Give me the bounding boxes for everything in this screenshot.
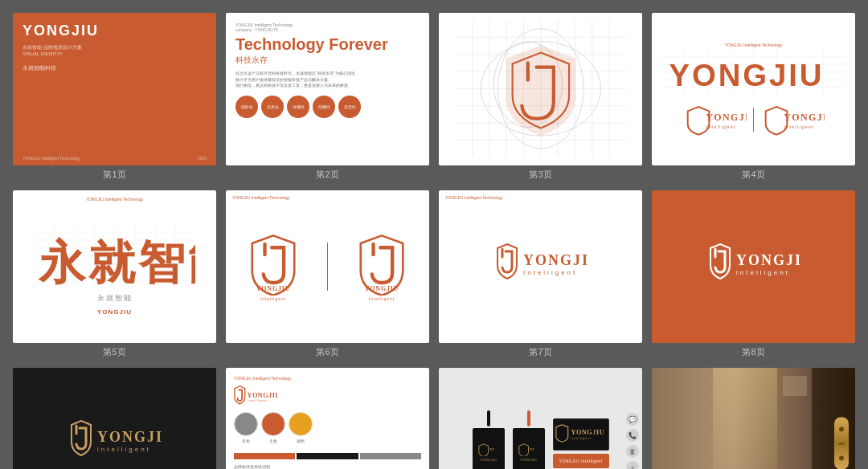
biz-card-horizontal: YONGJIU intelligent: [553, 418, 609, 451]
svg-text:YONGJIU: YONGJIU: [365, 284, 399, 292]
svg-text:YONGJIU: YONGJIU: [248, 391, 279, 398]
page-2-label: 第2页: [316, 169, 338, 181]
tag-5: 差异性: [338, 96, 361, 118]
swatch-row: 灰色 主色 辅色: [234, 412, 421, 443]
page-5-card[interactable]: YONGJIU Intelligent Technology: [13, 190, 216, 343]
svg-text:intelligent: intelligent: [571, 438, 592, 441]
page5-header: YONGJIU Intelligent Technology: [86, 197, 144, 202]
tech-title: Technology Forever: [235, 35, 388, 53]
color-bars: [234, 453, 421, 459]
handle-circle-2: [839, 456, 844, 461]
color-bar-1: [234, 453, 295, 459]
page-6-wrapper[interactable]: YONGJIU Intelligent Technology YONGJIU I…: [226, 190, 429, 358]
page-7-wrapper[interactable]: YONGJIU Intelligent Technology YONGJIU I…: [439, 190, 642, 358]
biz-card-orange-text: YONGJIU intelligent: [559, 459, 602, 463]
svg-text:YONGJIU: YONGJIU: [784, 112, 825, 123]
icon-trash: 🗑: [626, 445, 639, 458]
cover-brand-sub: 永就智能·品牌视觉设计方案VISUAL IDENTITY: [23, 44, 82, 58]
swatch-yellow: [289, 412, 313, 436]
page-8-card[interactable]: YONGJIU intelligent: [652, 190, 855, 343]
page-10-wrapper[interactable]: YONGJIU Intelligent Technology YONGJIU I…: [226, 368, 429, 470]
logo-v1: YONGJIU Intelligent: [682, 104, 747, 136]
lanyard-strap-2: [527, 410, 530, 426]
swatch-gray-label: 灰色: [242, 438, 250, 443]
swatch-gray: [234, 412, 258, 436]
svg-text:Intelligent: Intelligent: [706, 124, 735, 128]
logo-v2: YONGJIU Intelligent: [760, 104, 825, 136]
tag-3: 传播性: [287, 96, 309, 118]
page-7-card[interactable]: YONGJIU Intelligent Technology YONGJIU I…: [439, 190, 642, 343]
page-9-card[interactable]: YONGJIU intelligent: [13, 368, 216, 470]
business-card-set: YJ YONGJIU YJ YONGJIU: [473, 410, 609, 469]
page-1-label: 第1页: [103, 169, 125, 181]
page-10-card[interactable]: YONGJIU Intelligent Technology YONGJIU I…: [226, 368, 429, 470]
icon-phone: 📞: [626, 429, 639, 442]
color-bar-2: [297, 453, 358, 459]
horizontal-cards: YONGJIU intelligent YONGJIU intelligent: [553, 418, 609, 468]
page-6-card[interactable]: YONGJIU Intelligent Technology YONGJIU I…: [226, 190, 429, 343]
chinese-yongjiu: YONGJIU: [97, 308, 132, 316]
chinese-logo-svg: 永就智能: [35, 224, 195, 288]
card-11-sidebar: 💬 📞 🗑 ＋: [626, 413, 639, 469]
page4-header: YONGJIU Intelligent Technology: [725, 43, 783, 47]
page-6-label: 第6页: [316, 346, 338, 358]
page10-logo: YONGJIU Intelligent: [234, 385, 278, 408]
page-4-label: 第4页: [742, 169, 764, 181]
page-1-card[interactable]: YONGJIU 永就智能·品牌视觉设计方案VISUAL IDENTITY 永就智…: [13, 13, 216, 165]
logo-orange-svg: YONGJIU intelligent: [706, 243, 802, 291]
page-2-wrapper[interactable]: YONGJIU Intelligent Technologycompany · …: [226, 13, 429, 181]
color-desc: 品牌标准色系统说明: [234, 464, 421, 469]
card-logo-1: YJ: [478, 443, 498, 457]
page10-header: YONGJIU Intelligent Technology: [234, 376, 292, 381]
cover-tagline: 永就智能科技: [23, 64, 56, 72]
tech-tags: 国际化 品质化 传播性 前瞻性 差异性: [235, 96, 361, 118]
fixture: [783, 376, 807, 396]
logo-variant-2: YONGJIU Intelligent: [354, 232, 410, 301]
lanyard-strap: [487, 410, 490, 426]
logo-construction-svg: [449, 20, 633, 157]
svg-text:YONGJIU: YONGJIU: [706, 112, 747, 123]
page-4-card[interactable]: YONGJIU Intelligent Technology: [652, 13, 855, 165]
page-4-wrapper[interactable]: YONGJIU Intelligent Technology: [652, 13, 855, 181]
logo-full-1: YONGJIU: [245, 232, 301, 296]
page-1-wrapper[interactable]: YONGJIU 永就智能·品牌视觉设计方案VISUAL IDENTITY 永就智…: [13, 13, 216, 181]
logo-2-text: Intelligent: [369, 296, 395, 301]
page-8-wrapper[interactable]: YONGJIU intelligent 第8页: [652, 190, 855, 358]
svg-text:YONGJIU: YONGJIU: [736, 252, 802, 268]
svg-text:YONGJIU: YONGJIU: [669, 58, 824, 92]
page-11-card[interactable]: YJ YONGJIU YJ YONGJIU: [439, 368, 642, 470]
svg-text:intelligent: intelligent: [97, 446, 151, 453]
tech-desc: 在当今这个日新月异的科技时代，永就智能以"科技永存"为核心理念， 致力于为用户提…: [235, 71, 359, 89]
page-7-label: 第7页: [529, 346, 551, 358]
lanyard-1: YJ YONGJIU: [473, 410, 505, 469]
biz-card-logo: YONGJIU intelligent: [555, 423, 607, 446]
svg-text:intelligent: intelligent: [736, 269, 790, 276]
logo-black-svg: YONGJIU intelligent: [67, 419, 163, 467]
svg-text:永就智能: 永就智能: [38, 236, 195, 288]
icon-chat: 💬: [626, 413, 639, 426]
svg-text:YONGJIU: YONGJIU: [256, 284, 290, 292]
handle-circle: [839, 426, 844, 431]
page-12-card[interactable]: [652, 368, 855, 470]
swatch-yellow-label: 辅色: [297, 438, 305, 443]
page7-header: YONGJIU Intelligent Technology: [445, 195, 503, 200]
page-2-card[interactable]: YONGJIU Intelligent Technologycompany · …: [226, 13, 429, 165]
thumbnail-grid: YONGJIU 永就智能·品牌视觉设计方案VISUAL IDENTITY 永就智…: [0, 0, 868, 469]
id-card-2: YJ YONGJIU: [513, 428, 545, 469]
page-12-wrapper[interactable]: 第12页: [652, 368, 855, 470]
page-3-card[interactable]: [439, 13, 642, 165]
tag-4: 前瞻性: [313, 96, 335, 118]
room-photo: [652, 368, 855, 470]
page-11-wrapper[interactable]: YJ YONGJIU YJ YONGJIU: [439, 368, 642, 470]
page-5-wrapper[interactable]: YONGJIU Intelligent Technology: [13, 190, 216, 358]
logo-full-2: YONGJIU: [354, 232, 410, 296]
svg-text:YJ: YJ: [489, 447, 493, 451]
page-3-wrapper[interactable]: 第3页: [439, 13, 642, 181]
tag-2: 品质化: [261, 96, 284, 118]
svg-text:Intelligent: Intelligent: [784, 124, 813, 128]
page-9-wrapper[interactable]: YONGJIU intelligent 第9页: [13, 368, 216, 470]
swatch-orange-label: 主色: [269, 438, 277, 443]
card-logo-2: YJ: [518, 443, 538, 457]
tag-1: 国际化: [235, 96, 258, 118]
lanyard-2: YJ YONGJIU: [513, 410, 545, 469]
